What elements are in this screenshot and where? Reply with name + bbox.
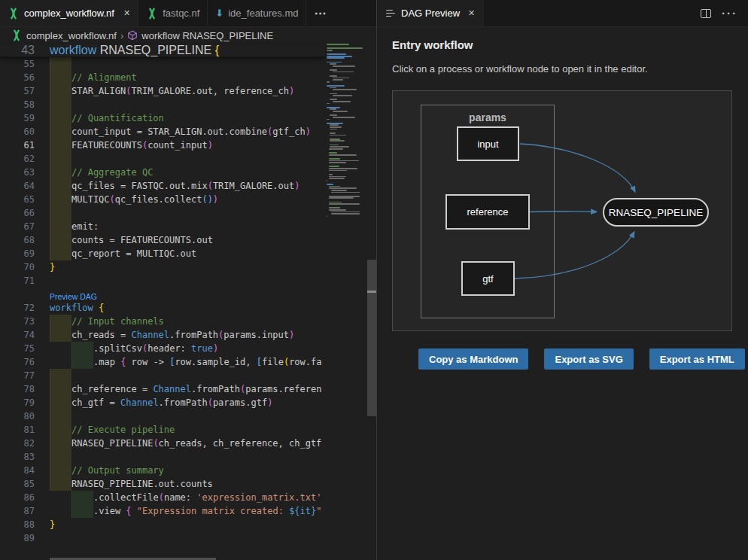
- minimap[interactable]: [325, 44, 366, 560]
- line-number: 60: [0, 125, 35, 138]
- line-number: 79: [0, 396, 35, 409]
- code-line[interactable]: 57STAR_ALIGN(TRIM_GALORE.out, reference_…: [0, 84, 325, 98]
- code-line[interactable]: 71: [0, 274, 325, 288]
- codelens-preview-dag[interactable]: Preview DAG: [50, 290, 97, 301]
- code-editor[interactable]: 54TRIM_GALORE(reads_ch)5556// Alignment5…: [0, 44, 325, 560]
- vertical-scrollbar-thumb[interactable]: [367, 260, 376, 416]
- line-number: 77: [0, 369, 35, 382]
- tabs-overflow-icon[interactable]: ⋯: [306, 0, 334, 26]
- tab-complex-workflow-nf[interactable]: complex_workflow.nf✕: [0, 0, 138, 26]
- code-line[interactable]: 69qc_report = MULTIQC.out: [0, 247, 325, 260]
- node-gtf[interactable]: gtf: [461, 261, 515, 296]
- code-line[interactable]: 65MULTIQC(qc_files.collect()): [0, 193, 325, 206]
- breadcrumb-symbol[interactable]: workflow RNASEQ_PIPELINE: [141, 30, 273, 41]
- cluster-label: params: [421, 111, 554, 123]
- line-number: 75: [0, 342, 35, 355]
- vscode-window: complex_workflow.nf✕fastqc.nf⬇ide_featur…: [0, 0, 748, 560]
- overview-ruler-marker: [367, 291, 376, 293]
- code-line[interactable]: 85RNASEQ_PIPELINE.out.counts: [0, 477, 325, 491]
- line-number: 59: [0, 111, 35, 125]
- node-input[interactable]: input: [457, 126, 519, 161]
- line-number: 84: [0, 464, 35, 477]
- breadcrumb-file[interactable]: complex_workflow.nf: [26, 30, 117, 41]
- line-number: 80: [0, 409, 35, 423]
- panel-actions: ···: [701, 0, 748, 26]
- breadcrumb-separator: ›: [120, 30, 123, 41]
- line-number: 73: [0, 315, 35, 328]
- code-line[interactable]: 73// Input channels: [0, 315, 325, 328]
- code-line[interactable]: 72workflow {: [0, 301, 325, 315]
- code-line[interactable]: 56// Alignment: [0, 71, 325, 84]
- export-as-svg-button[interactable]: Export as SVG: [544, 348, 633, 370]
- close-icon[interactable]: ✕: [468, 8, 475, 18]
- line-number: 87: [0, 504, 35, 518]
- line-number: 86: [0, 491, 35, 504]
- node-rnaseq-pipeline[interactable]: RNASEQ_PIPELINE: [603, 198, 709, 227]
- breadcrumb[interactable]: complex_workflow.nf › workflow RNASEQ_PI…: [0, 27, 376, 44]
- code-line[interactable]: 68counts = FEATURECOUNTS.out: [0, 233, 325, 247]
- tab-ide-features-md[interactable]: ⬇ide_features.md: [208, 0, 306, 26]
- code-line[interactable]: 89: [0, 531, 325, 545]
- copy-as-markdown-button[interactable]: Copy as Markdown: [418, 348, 528, 370]
- code-line[interactable]: 60count_input = STAR_ALIGN.out.combine(g…: [0, 125, 325, 138]
- tab-label: complex_workflow.nf: [24, 8, 114, 19]
- sticky-scroll-line[interactable]: 43workflow RNASEQ_PIPELINE {: [0, 44, 325, 57]
- code-line[interactable]: 66: [0, 206, 325, 220]
- code-line[interactable]: 77: [0, 369, 325, 382]
- line-number: 58: [0, 98, 35, 111]
- node-reference[interactable]: reference: [445, 194, 530, 230]
- code-line[interactable]: 59// Quantification: [0, 111, 325, 125]
- code-line[interactable]: 81// Execute pipeline: [0, 423, 325, 437]
- code-line[interactable]: 84// Output summary: [0, 464, 325, 477]
- code-line[interactable]: 64qc_files = FASTQC.out.mix(TRIM_GALORE.…: [0, 179, 325, 193]
- line-number: 66: [0, 206, 35, 220]
- code-line[interactable]: 79ch_gtf = Channel.fromPath(params.gtf): [0, 396, 325, 409]
- vertical-scrollbar[interactable]: [366, 44, 376, 560]
- line-number: 85: [0, 477, 35, 491]
- line-number: 72: [0, 301, 35, 315]
- line-number: 65: [0, 193, 35, 206]
- line-number: 88: [0, 518, 35, 531]
- more-actions-icon[interactable]: ···: [722, 8, 737, 19]
- code-line[interactable]: 83: [0, 450, 325, 464]
- code-line[interactable]: 58: [0, 98, 325, 111]
- code-line[interactable]: 82RNASEQ_PIPELINE(ch_reads, ch_reference…: [0, 437, 325, 450]
- code-line[interactable]: 67emit:: [0, 220, 325, 233]
- split-editor-icon[interactable]: [701, 9, 711, 18]
- symbol-cube-icon: [127, 30, 138, 41]
- code-line[interactable]: 76.map { row -> [row.sample_id, [file(ro…: [0, 355, 325, 369]
- nextflow-icon: [8, 8, 20, 20]
- code-line[interactable]: 61FEATURECOUNTS(count_input): [0, 138, 325, 152]
- line-number: 57: [0, 84, 35, 98]
- line-number: 83: [0, 450, 35, 464]
- line-number: 76: [0, 355, 35, 369]
- line-number: 68: [0, 233, 35, 247]
- code-line[interactable]: 78ch_reference = Channel.fromPath(params…: [0, 382, 325, 396]
- export-as-html-button[interactable]: Export as HTML: [649, 348, 745, 370]
- line-number: 55: [0, 57, 35, 71]
- tab-dag-preview[interactable]: DAG Preview ✕: [377, 0, 484, 26]
- dag-preview-panel: DAG Preview ✕ ··· Entry workflow Click o…: [377, 0, 748, 560]
- nextflow-icon: [146, 8, 158, 20]
- code-line[interactable]: 70}: [0, 260, 325, 274]
- close-icon[interactable]: ✕: [123, 8, 130, 18]
- code-line[interactable]: 80: [0, 409, 325, 423]
- code-line[interactable]: 87.view { "Expression matrix created: ${…: [0, 504, 325, 518]
- code-line[interactable]: 88}: [0, 518, 325, 531]
- line-number: 43: [0, 44, 35, 57]
- code-line[interactable]: 75.splitCsv(header: true): [0, 342, 325, 355]
- code-line[interactable]: 86.collectFile(name: 'expression_matrix.…: [0, 491, 325, 504]
- code-line[interactable]: 74ch_reads = Channel.fromPath(params.inp…: [0, 328, 325, 342]
- tab-fastqc-nf[interactable]: fastqc.nf: [138, 0, 208, 26]
- markdown-download-icon: ⬇: [215, 8, 223, 18]
- line-number: 69: [0, 247, 35, 260]
- line-number: 71: [0, 274, 35, 288]
- tab-label: ide_features.md: [228, 8, 298, 19]
- code-line[interactable]: 55: [0, 57, 325, 71]
- line-number: 81: [0, 423, 35, 437]
- line-number: 56: [0, 71, 35, 84]
- code-line[interactable]: 63// Aggregate QC: [0, 166, 325, 179]
- code-line[interactable]: 62: [0, 152, 325, 166]
- panel-tab-bar: DAG Preview ✕ ···: [377, 0, 748, 27]
- editor-tab-bar: complex_workflow.nf✕fastqc.nf⬇ide_featur…: [0, 0, 376, 27]
